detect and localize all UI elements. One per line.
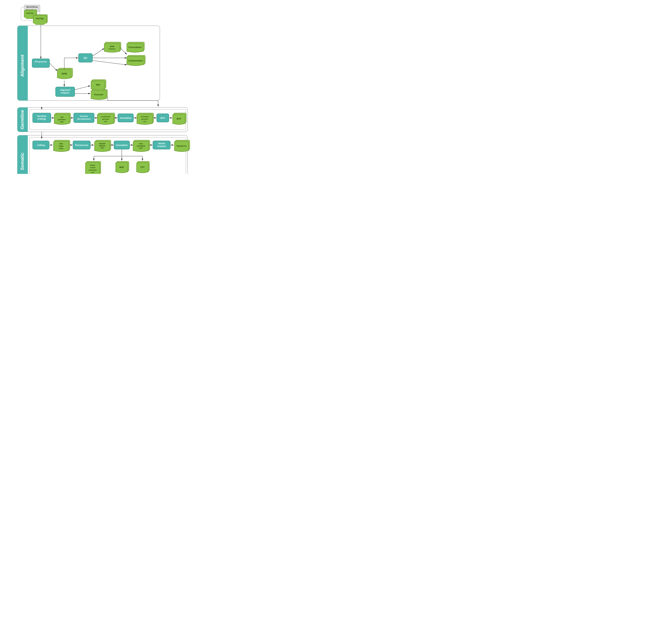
svg-text:metrics: metrics	[109, 48, 115, 50]
svg-text:filtered: filtered	[99, 145, 105, 147]
svg-text:MSI: MSI	[96, 84, 100, 86]
svg-text:Annotation: Annotation	[116, 144, 128, 146]
svg-text:VCFs: VCFs	[59, 147, 63, 150]
svg-text:germline: germline	[141, 118, 148, 120]
svg-text:Kourami: Kourami	[94, 93, 103, 96]
svg-text:recalibrated: recalibrated	[101, 116, 110, 117]
svg-text:Caller: Caller	[59, 145, 64, 147]
svg-text:Contamination: Contamination	[128, 60, 143, 62]
svg-text:VCF: VCF	[91, 171, 94, 174]
svg-text:Raw: Raw	[60, 143, 63, 145]
svg-text:(Recalibration): (Recalibration)	[77, 118, 91, 120]
svg-text:BAM: BAM	[62, 72, 67, 75]
svg-text:Pre-process: Pre-process	[35, 61, 47, 63]
svg-text:final: final	[139, 143, 143, 145]
svg-text:Germline: Germline	[80, 115, 88, 117]
svg-text:BAF: BAF	[177, 117, 181, 120]
svg-line-26	[92, 61, 127, 65]
svg-text:Germline: Germline	[37, 115, 46, 117]
svg-text:supple-: supple-	[90, 164, 95, 166]
svg-text:TXT: TXT	[140, 166, 145, 168]
svg-text:VCF: VCF	[60, 121, 64, 123]
main-diagram: Alignment Pre-process BAM BAM QC	[7, 24, 191, 174]
svg-text:(Calling): (Calling)	[38, 118, 46, 120]
svg-text:MAF: MAF	[119, 166, 124, 168]
svg-text:VCF: VCF	[101, 147, 104, 149]
svg-rect-4	[32, 59, 50, 67]
workflow-svg: Alignment Pre-process BAM BAM QC	[7, 24, 191, 174]
svg-text:Post-process: Post-process	[75, 144, 88, 146]
fastqs-workflow-node: FASTQs	[33, 15, 184, 23]
svg-text:Signatures: Signatures	[177, 145, 187, 147]
svg-text:Annotation: Annotation	[120, 117, 132, 119]
svg-text:VCF: VCF	[143, 120, 146, 123]
svg-text:annotated: annotated	[137, 145, 145, 147]
svg-text:raw: raw	[60, 116, 64, 118]
svg-text:VCF: VCF	[139, 147, 143, 149]
svg-text:BAM: BAM	[110, 46, 114, 48]
svg-text:annotated: annotated	[89, 169, 96, 171]
svg-text:Analysis: Analysis	[157, 145, 166, 147]
svg-line-21	[120, 48, 127, 54]
svg-text:germline: germline	[102, 118, 109, 120]
svg-text:Calling: Calling	[37, 144, 45, 146]
svg-text:Alignment: Alignment	[60, 89, 70, 91]
svg-line-34	[75, 86, 90, 90]
svg-text:Concordance: Concordance	[128, 46, 142, 49]
svg-text:Germline: Germline	[19, 110, 25, 130]
svg-text:annotated: annotated	[141, 116, 149, 117]
svg-line-16	[92, 48, 104, 56]
svg-text:QC: QC	[84, 56, 88, 59]
page-layout: Workflow input FASTQs	[3, 3, 188, 27]
svg-text:merged: merged	[99, 143, 105, 144]
svg-text:VCF: VCF	[104, 120, 107, 123]
svg-text:germline: germline	[58, 118, 66, 120]
svg-line-6	[50, 63, 57, 71]
svg-text:BAF: BAF	[160, 117, 165, 119]
svg-text:Analysis: Analysis	[61, 92, 69, 94]
svg-text:Variant: Variant	[158, 142, 165, 145]
svg-text:Somatic: Somatic	[19, 153, 25, 170]
alignment-label: Alignment	[19, 55, 25, 77]
svg-text:mental: mental	[90, 167, 95, 168]
